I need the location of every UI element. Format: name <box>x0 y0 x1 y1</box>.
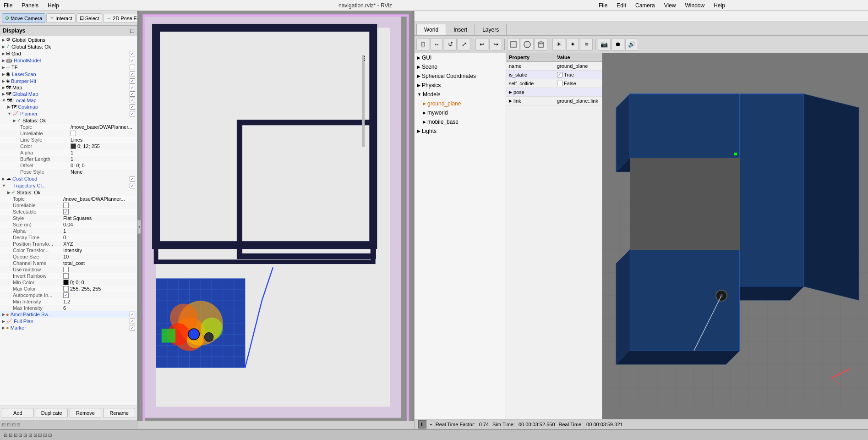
display-item-status-ok[interactable]: ▶ ✓ Status: Ok <box>0 117 137 124</box>
menu-view[interactable]: View <box>662 1 678 10</box>
grid-lines-btn[interactable]: ≋ <box>580 38 593 51</box>
autocompute-cb[interactable] <box>63 292 69 298</box>
menu-window[interactable]: Window <box>683 1 707 10</box>
display-item-bumperhit[interactable]: ▶ ◈ Bumper Hit <box>0 77 137 84</box>
laserscan-checkbox[interactable] <box>130 72 135 77</box>
grid-checkbox[interactable] <box>130 51 135 56</box>
scale-btn[interactable]: ⤢ <box>458 38 470 51</box>
display-item-fullplan[interactable]: ▶ 📈 Full Plan <box>0 318 137 324</box>
sphere-shape-btn[interactable] <box>521 38 534 51</box>
menu-edit[interactable]: Edit <box>615 1 628 10</box>
display-item-robotmodel[interactable]: ▶ 🤖 RobotModel <box>0 57 137 64</box>
tab-layers[interactable]: Layers <box>475 24 507 35</box>
add-button[interactable]: Add <box>2 408 34 418</box>
world-item-myworld[interactable]: ▶ myworld <box>415 108 506 117</box>
record-btn[interactable]: ⏺ <box>611 38 624 51</box>
sun-btn[interactable]: ☀ <box>552 38 565 51</box>
display-item-planner[interactable]: ▼ 📈 Planner <box>0 110 137 117</box>
map-checkbox[interactable] <box>130 85 135 90</box>
display-item-map[interactable]: ▶ 🗺 Map <box>0 84 137 91</box>
world-item-spherical[interactable]: ▶ Spherical Coordinates <box>415 72 506 81</box>
redo-btn[interactable]: ↪ <box>489 38 502 51</box>
world-item-gui[interactable]: ▶ GUI <box>415 53 506 62</box>
rainbow-cb[interactable] <box>63 267 69 272</box>
select-3d-btn[interactable]: ⊡ <box>416 38 429 51</box>
display-item-global-status[interactable]: ▶ ✓ Global Status: Ok <box>0 43 137 50</box>
robotmodel-checkbox[interactable] <box>130 58 135 63</box>
world-item-mobile-base[interactable]: ▶ mobile_base <box>415 117 506 126</box>
center-viewport[interactable]: ‹ <box>137 11 415 429</box>
fullplan-checkbox[interactable] <box>130 319 135 324</box>
invert-rainbow-cb[interactable] <box>63 273 69 279</box>
pause-button[interactable]: ⏸ <box>418 420 426 429</box>
traj-selectable-cb[interactable] <box>63 209 69 214</box>
costmap-checkbox[interactable] <box>130 104 135 110</box>
resize-handle-left[interactable]: ‹ <box>137 220 141 234</box>
traj-prop-alpha: Alpha 1 <box>0 228 137 234</box>
select-button[interactable]: ⊡ Select <box>76 13 103 23</box>
amcl-checkbox[interactable] <box>130 312 135 317</box>
translate-btn[interactable]: ↔ <box>430 38 443 51</box>
rotate-btn[interactable]: ↺ <box>444 38 457 51</box>
move-camera-button[interactable]: ⊕ Move Camera <box>2 13 45 23</box>
audio-btn[interactable]: 🔊 <box>625 38 638 51</box>
undo-btn[interactable]: ↩ <box>475 38 488 51</box>
prop-row-selfcollide[interactable]: self_collide False <box>506 79 602 88</box>
bumperhit-checkbox[interactable] <box>130 78 135 84</box>
display-item-costmap[interactable]: ▶ 🗺 Costmap <box>0 104 137 110</box>
menu-help-left[interactable]: Help <box>46 1 61 10</box>
box-shape-btn[interactable] <box>507 38 520 51</box>
unreliable-checkbox[interactable] <box>71 131 76 136</box>
max-color-swatch[interactable] <box>63 286 69 292</box>
menu-help-right[interactable]: Help <box>712 1 727 10</box>
display-item-globalmap[interactable]: ▶ 🗺 Global Map <box>0 91 137 97</box>
self-collide-checkbox[interactable] <box>557 81 562 86</box>
world-item-scene[interactable]: ▶ Scene <box>415 62 506 72</box>
trajectorycloud-checkbox[interactable] <box>130 183 135 188</box>
planner-checkbox[interactable] <box>130 111 135 116</box>
screenshot-btn[interactable]: 📷 <box>598 38 611 51</box>
spotlight-btn[interactable]: ✦ <box>566 38 579 51</box>
cylinder-shape-btn[interactable] <box>535 38 547 51</box>
interact-button[interactable]: ☞ Interact <box>46 13 76 23</box>
tf-checkbox[interactable] <box>130 65 135 70</box>
duplicate-button[interactable]: Duplicate <box>36 408 68 418</box>
costcloud-checkbox[interactable] <box>130 176 135 182</box>
menu-file-right[interactable]: File <box>597 1 609 10</box>
min-color-swatch[interactable] <box>63 280 69 285</box>
display-item-global-options[interactable]: ▶ ⚙ Global Options <box>0 36 137 43</box>
traj-unreliable-cb[interactable] <box>63 203 69 208</box>
menu-camera[interactable]: Camera <box>633 1 657 10</box>
prop-row-name[interactable]: name ground_plane <box>506 62 602 71</box>
prop-row-isstatic[interactable]: is_static True <box>506 71 602 79</box>
prop-row-pose[interactable]: ▶ pose <box>506 88 602 97</box>
display-item-trajectoyrcloud[interactable]: ▼ ⋯ Trajectory Cl... <box>0 182 137 189</box>
marker-checkbox[interactable] <box>130 325 135 330</box>
viewport-3d[interactable] <box>602 53 868 419</box>
menu-panels[interactable]: Panels <box>20 1 40 10</box>
display-item-traj-status[interactable]: ▶ ✓ Status: Ok <box>0 189 137 196</box>
world-item-lights[interactable]: ▶ Lights <box>415 126 506 136</box>
world-item-physics[interactable]: ▶ Physics <box>415 81 506 90</box>
localmap-checkbox[interactable] <box>130 98 135 103</box>
display-item-amcl[interactable]: ▶ ● Amcl Particle Sw... <box>0 311 137 318</box>
display-item-costcloud[interactable]: ▶ ☁ Cost Cloud <box>0 175 137 182</box>
is-static-checkbox[interactable] <box>557 72 562 77</box>
world-item-ground-plane[interactable]: ▶ ground_plane <box>415 99 506 108</box>
remove-button[interactable]: Remove <box>70 408 102 418</box>
world-item-models[interactable]: ▼ Models <box>415 90 506 99</box>
rename-button[interactable]: Rename <box>103 408 135 418</box>
expand-arrow: ▶ <box>7 104 11 109</box>
tab-insert[interactable]: Insert <box>446 24 475 35</box>
display-item-tf[interactable]: ▶ ⊹ TF <box>0 64 137 71</box>
menu-file-left[interactable]: File <box>2 1 14 10</box>
displays-close-btn[interactable]: □ <box>131 27 134 34</box>
tab-world[interactable]: World <box>416 24 446 35</box>
display-item-laserscan[interactable]: ▶ ◉ LaserScan <box>0 71 137 77</box>
display-item-marker[interactable]: ▶ ● Marker <box>0 324 137 331</box>
prop-row-link[interactable]: ▶ link ground_plane::link <box>506 97 602 105</box>
globalmap-checkbox[interactable] <box>130 91 135 97</box>
color-swatch[interactable] <box>71 143 76 149</box>
display-item-grid[interactable]: ▶ ⊞ Grid <box>0 50 137 57</box>
display-item-localmap[interactable]: ▼ 🗺 Local Map <box>0 97 137 104</box>
